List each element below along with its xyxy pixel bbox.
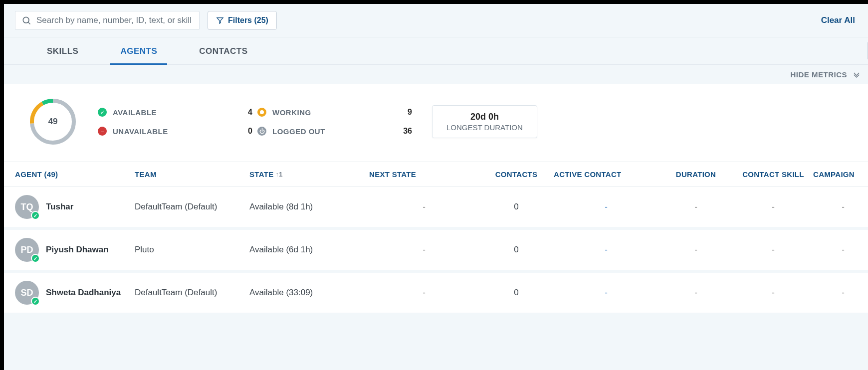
- duration-cell: -: [658, 288, 733, 298]
- team-cell: Pluto: [135, 245, 249, 255]
- col-team[interactable]: TEAM: [135, 170, 249, 179]
- agent-name: Tushar: [46, 202, 73, 212]
- working-icon: [257, 108, 266, 117]
- clear-all-link[interactable]: Clear All: [821, 15, 855, 25]
- metric-label: AVAILABLE: [113, 108, 230, 117]
- tabs: SKILLS AGENTS CONTACTS: [4, 37, 868, 65]
- col-contacts[interactable]: CONTACTS: [479, 170, 554, 179]
- tab-agents[interactable]: AGENTS: [99, 37, 178, 64]
- campaign-cell: -: [813, 288, 868, 298]
- metric-value: 0: [236, 127, 252, 136]
- col-duration[interactable]: DURATION: [658, 170, 733, 179]
- metric-working: WORKING 9: [257, 108, 412, 117]
- metric-available: ✓ AVAILABLE 4: [98, 108, 252, 117]
- duration-cell: -: [658, 202, 733, 212]
- chevron-down-icon: [852, 70, 861, 79]
- avatar: SD ✓: [15, 281, 39, 305]
- logged-out-icon: ⏻: [257, 127, 266, 136]
- contacts-cell: 0: [479, 288, 554, 298]
- col-contact-skill[interactable]: CONTACT SKILL: [733, 170, 813, 179]
- table-row[interactable]: PD ✓ Piyush Dhawan Pluto Available (6d 1…: [4, 230, 868, 273]
- longest-label: LONGEST DURATION: [446, 123, 523, 132]
- filters-label: Filters (25): [228, 16, 268, 25]
- metric-value: 4: [236, 108, 252, 117]
- table-body: TQ ✓ Tushar DefaultTeam (Default) Availa…: [4, 187, 868, 316]
- state-cell: Available (8d 1h): [249, 202, 369, 212]
- team-cell: DefaultTeam (Default): [135, 202, 249, 212]
- state-cell: Available (33:09): [249, 288, 369, 298]
- filters-button[interactable]: Filters (25): [208, 11, 277, 30]
- metrics-panel: 49 ✓ AVAILABLE 4 WORKING 9 – UNAVAILABLE…: [4, 84, 868, 162]
- active-contact-cell: -: [554, 245, 658, 255]
- status-badge-icon: ✓: [31, 211, 40, 220]
- table-row[interactable]: TQ ✓ Tushar DefaultTeam (Default) Availa…: [4, 187, 868, 230]
- contacts-cell: 0: [479, 202, 554, 212]
- metric-value: 9: [396, 108, 412, 117]
- filter-icon: [216, 16, 224, 24]
- metric-unavailable: – UNAVAILABLE 0: [98, 127, 252, 136]
- contact-skill-cell: -: [733, 288, 813, 298]
- longest-value: 20d 0h: [446, 112, 523, 122]
- tab-skills[interactable]: SKILLS: [26, 37, 99, 64]
- search-icon: [21, 15, 31, 25]
- svg-point-0: [23, 17, 29, 23]
- col-campaign[interactable]: CAMPAIGN: [813, 170, 868, 179]
- agent-name: Piyush Dhawan: [46, 245, 109, 255]
- avatar: TQ ✓: [15, 195, 39, 219]
- col-state-label: STATE: [249, 170, 273, 179]
- svg-marker-2: [217, 18, 223, 23]
- status-badge-icon: ✓: [31, 254, 40, 263]
- agent-name: Shweta Dadhaniya: [46, 288, 121, 298]
- agent-cell: PD ✓ Piyush Dhawan: [15, 238, 135, 262]
- search-input-wrap[interactable]: [15, 11, 200, 30]
- col-active-contact[interactable]: ACTIVE CONTACT: [554, 170, 658, 179]
- available-icon: ✓: [98, 108, 107, 117]
- metric-label: UNAVAILABLE: [113, 127, 230, 136]
- active-contact-cell: -: [554, 202, 658, 212]
- metric-label: WORKING: [272, 108, 390, 117]
- campaign-cell: -: [813, 245, 868, 255]
- agent-cell: SD ✓ Shweta Dadhaniya: [15, 281, 135, 305]
- sort-indicator: ↑1: [275, 171, 282, 178]
- agent-cell: TQ ✓ Tushar: [15, 195, 135, 219]
- unavailable-icon: –: [98, 127, 107, 136]
- svg-line-1: [28, 22, 30, 24]
- col-agent[interactable]: AGENT (49): [15, 170, 135, 179]
- tab-contacts[interactable]: CONTACTS: [178, 37, 268, 64]
- state-cell: Available (6d 1h): [249, 245, 369, 255]
- duration-cell: -: [658, 245, 733, 255]
- team-cell: DefaultTeam (Default): [135, 288, 249, 298]
- campaign-cell: -: [813, 202, 868, 212]
- avatar: PD ✓: [15, 238, 39, 262]
- metric-value: 36: [396, 127, 412, 136]
- metric-logged-out: ⏻ LOGGED OUT 36: [257, 127, 412, 136]
- hide-metrics-toggle[interactable]: HIDE METRICS: [4, 65, 868, 84]
- metric-label: LOGGED OUT: [272, 127, 390, 136]
- next-state-cell: -: [369, 202, 479, 212]
- col-next-state[interactable]: NEXT STATE: [369, 170, 479, 179]
- next-state-cell: -: [369, 245, 479, 255]
- active-contact-cell: -: [554, 288, 658, 298]
- donut-total: 49: [28, 97, 78, 147]
- table-header: AGENT (49) TEAM STATE ↑1 NEXT STATE CONT…: [4, 162, 868, 187]
- contact-skill-cell: -: [733, 202, 813, 212]
- agents-donut-chart: 49: [28, 97, 78, 147]
- contacts-cell: 0: [479, 245, 554, 255]
- hide-metrics-label: HIDE METRICS: [790, 70, 847, 79]
- search-input[interactable]: [36, 15, 193, 25]
- longest-duration-card: 20d 0h LONGEST DURATION: [432, 105, 537, 138]
- status-badge-icon: ✓: [31, 297, 40, 306]
- next-state-cell: -: [369, 288, 479, 298]
- col-state[interactable]: STATE ↑1: [249, 170, 369, 179]
- table-row[interactable]: SD ✓ Shweta Dadhaniya DefaultTeam (Defau…: [4, 273, 868, 316]
- contact-skill-cell: -: [733, 245, 813, 255]
